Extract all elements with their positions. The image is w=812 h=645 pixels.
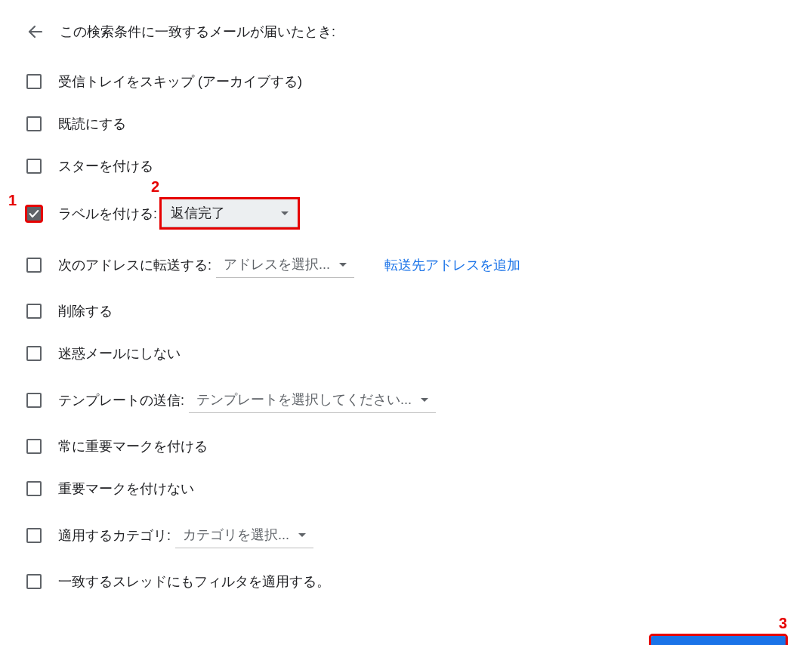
dropdown-template-select[interactable]: テンプレートを選択してください... <box>189 387 436 413</box>
footer: ? ヘルプ 3 フィルタを作成 <box>26 636 786 645</box>
label-never-spam: 迷惑メールにしない <box>58 344 181 363</box>
chevron-down-icon <box>421 398 428 402</box>
dropdown-label-select[interactable]: 返信完了 <box>162 199 298 227</box>
dropdown-label-selected: 返信完了 <box>171 204 225 222</box>
label-star: スターを付ける <box>58 157 153 175</box>
option-always-important: 常に重要マークを付ける <box>26 437 786 455</box>
checkbox-apply-existing[interactable] <box>26 574 42 589</box>
label-delete: 削除する <box>58 302 113 320</box>
chevron-down-icon <box>281 211 289 215</box>
label-apply-label: ラベルを付ける: <box>58 205 157 223</box>
label-mark-read: 既読にする <box>58 115 126 133</box>
option-send-template: テンプレートの送信: テンプレートを選択してください... <box>26 387 786 413</box>
chevron-down-icon <box>298 533 306 537</box>
checkbox-never-important[interactable] <box>26 481 42 496</box>
option-skip-inbox: 受信トレイをスキップ (アーカイブする) <box>26 73 786 91</box>
checkbox-star[interactable] <box>26 159 42 174</box>
checkbox-category[interactable] <box>26 528 42 543</box>
option-category: 適用するカテゴリ: カテゴリを選択... <box>26 522 786 548</box>
checkbox-send-template[interactable] <box>26 393 42 408</box>
option-apply-existing: 一致するスレッドにもフィルタを適用する。 <box>26 572 786 591</box>
option-apply-label: 1 ラベルを付ける: 2 返信完了 <box>26 199 786 227</box>
option-forward: 次のアドレスに転送する: アドレスを選択... 転送先アドレスを追加 <box>26 252 786 278</box>
option-star: スターを付ける <box>26 157 786 175</box>
dropdown-forward-address[interactable]: アドレスを選択... <box>216 252 354 278</box>
label-always-important: 常に重要マークを付ける <box>58 437 208 455</box>
checkbox-forward[interactable] <box>26 258 42 273</box>
label-category: 適用するカテゴリ: <box>58 526 171 545</box>
option-never-important: 重要マークを付けない <box>26 480 786 498</box>
back-arrow-icon[interactable] <box>26 23 45 41</box>
checkbox-mark-read[interactable] <box>26 116 42 131</box>
header-row: この検索条件に一致するメールが届いたとき: <box>26 23 786 41</box>
label-skip-inbox: 受信トレイをスキップ (アーカイブする) <box>58 73 302 91</box>
label-never-important: 重要マークを付けない <box>58 480 194 498</box>
page-title: この検索条件に一致するメールが届いたとき: <box>60 23 335 41</box>
category-controls: 適用するカテゴリ: カテゴリを選択... <box>58 522 313 548</box>
checkbox-delete[interactable] <box>26 304 42 319</box>
checkbox-always-important[interactable] <box>26 439 42 454</box>
checkbox-never-spam[interactable] <box>26 346 42 361</box>
annotation-3: 3 <box>779 615 787 632</box>
link-add-forward-address[interactable]: 転送先アドレスを追加 <box>384 256 520 274</box>
create-filter-button[interactable]: フィルタを作成 <box>651 636 786 645</box>
checkbox-apply-label[interactable] <box>26 206 42 221</box>
dropdown-forward-selected: アドレスを選択... <box>224 255 330 273</box>
label-apply-existing: 一致するスレッドにもフィルタを適用する。 <box>58 572 330 591</box>
option-mark-read: 既読にする <box>26 115 786 133</box>
dropdown-template-selected: テンプレートを選択してください... <box>196 390 412 409</box>
annotation-2: 2 <box>151 178 159 196</box>
template-controls: テンプレートの送信: テンプレートを選択してください... <box>58 387 436 413</box>
label-send-template: テンプレートの送信: <box>58 391 184 409</box>
dropdown-category-selected: カテゴリを選択... <box>183 526 289 544</box>
apply-label-controls: ラベルを付ける: 2 返信完了 <box>58 199 298 227</box>
label-forward: 次のアドレスに転送する: <box>58 256 211 274</box>
dropdown-category-select[interactable]: カテゴリを選択... <box>175 522 313 548</box>
chevron-down-icon <box>339 263 347 267</box>
forward-controls: 次のアドレスに転送する: アドレスを選択... 転送先アドレスを追加 <box>58 252 520 278</box>
option-never-spam: 迷惑メールにしない <box>26 344 786 363</box>
annotation-1: 1 <box>8 192 17 209</box>
checkbox-skip-inbox[interactable] <box>26 74 42 89</box>
option-delete: 削除する <box>26 302 786 320</box>
filter-options: 受信トレイをスキップ (アーカイブする) 既読にする スターを付ける 1 ラベル… <box>26 73 786 591</box>
